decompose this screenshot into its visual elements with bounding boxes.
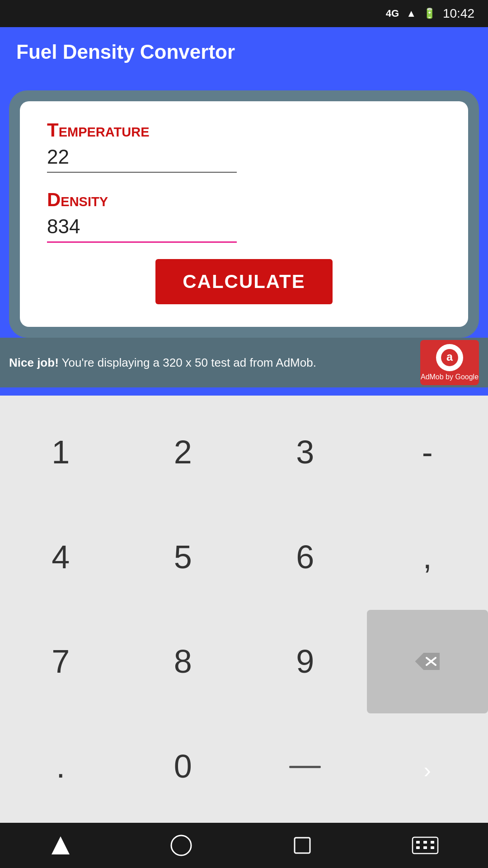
svg-rect-13 bbox=[423, 846, 427, 849]
battery-icon: 🔋 bbox=[423, 8, 436, 19]
network-indicator: 4G bbox=[386, 8, 399, 19]
svg-text:a: a bbox=[446, 350, 453, 363]
key-4[interactable]: 4 bbox=[0, 505, 122, 609]
key-backspace[interactable] bbox=[367, 610, 488, 714]
key-1[interactable]: 1 bbox=[0, 400, 122, 504]
key-2[interactable]: 2 bbox=[122, 400, 244, 504]
density-label: Density bbox=[47, 189, 441, 211]
nav-bar bbox=[0, 823, 488, 868]
recents-nav-icon[interactable] bbox=[291, 834, 314, 857]
signal-icon: ▲ bbox=[406, 8, 416, 19]
key-dot[interactable]: . bbox=[0, 714, 122, 818]
blue-stripe bbox=[0, 387, 488, 396]
key-next[interactable]: › bbox=[367, 714, 488, 818]
density-input[interactable]: 834 bbox=[47, 215, 237, 243]
back-nav-icon[interactable] bbox=[49, 834, 72, 857]
card-outer: Temperature 22 Density 834 CALCULATE bbox=[9, 90, 479, 338]
ad-text: Nice job! You're displaying a 320 x 50 t… bbox=[9, 354, 420, 371]
svg-rect-10 bbox=[423, 841, 427, 844]
key-7[interactable]: 7 bbox=[0, 610, 122, 714]
key-3[interactable]: 3 bbox=[244, 400, 366, 504]
admob-logo-text: AdMob by Google bbox=[421, 373, 479, 381]
svg-rect-14 bbox=[431, 846, 434, 849]
key-comma[interactable]: , bbox=[367, 505, 488, 609]
next-button[interactable]: › bbox=[424, 748, 431, 785]
svg-rect-4 bbox=[289, 766, 321, 768]
key-minus[interactable]: - bbox=[367, 400, 488, 504]
keyboard-nav-icon[interactable] bbox=[412, 836, 439, 854]
home-nav-icon[interactable] bbox=[170, 834, 192, 857]
key-5[interactable]: 5 bbox=[122, 505, 244, 609]
temperature-label: Temperature bbox=[47, 119, 441, 141]
admob-logo-icon: a bbox=[436, 344, 463, 371]
svg-rect-12 bbox=[416, 846, 420, 849]
temperature-input[interactable]: 22 bbox=[47, 146, 237, 173]
svg-marker-5 bbox=[52, 836, 70, 854]
key-0[interactable]: 0 bbox=[122, 714, 244, 818]
key-underscore[interactable] bbox=[244, 714, 366, 818]
calculate-button[interactable]: CALCULATE bbox=[155, 259, 333, 304]
svg-point-6 bbox=[171, 835, 191, 855]
key-6[interactable]: 6 bbox=[244, 505, 366, 609]
svg-rect-7 bbox=[295, 838, 310, 853]
time-display: 10:42 bbox=[443, 6, 474, 21]
app-bar: Fuel Density Convertor bbox=[0, 27, 488, 77]
key-9[interactable]: 9 bbox=[244, 610, 366, 714]
next-icon: › bbox=[424, 758, 431, 782]
ad-banner: Nice job! You're displaying a 320 x 50 t… bbox=[0, 338, 488, 387]
numpad: 1 2 3 - 4 5 6 , 7 8 9 . 0 › bbox=[0, 396, 488, 823]
card-inner: Temperature 22 Density 834 CALCULATE bbox=[20, 101, 468, 327]
status-bar: 4G ▲ 🔋 10:42 bbox=[0, 0, 488, 27]
app-title: Fuel Density Convertor bbox=[16, 41, 235, 63]
svg-rect-9 bbox=[416, 841, 420, 844]
main-content: Temperature 22 Density 834 CALCULATE bbox=[0, 77, 488, 338]
svg-rect-8 bbox=[413, 837, 438, 854]
svg-rect-11 bbox=[431, 841, 434, 844]
key-8[interactable]: 8 bbox=[122, 610, 244, 714]
admob-logo: a AdMob by Google bbox=[420, 340, 479, 385]
